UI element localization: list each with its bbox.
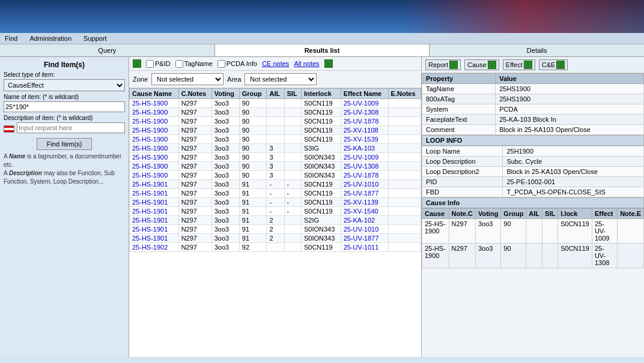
cell-sil: [284, 234, 301, 243]
checkbox-tagname[interactable]: TagName: [175, 60, 213, 68]
table-row: 25-HS-1900 N297 3oo3 90 S0CN119 25-UV-10…: [130, 99, 421, 108]
cause-btn[interactable]: Cause X: [464, 59, 499, 70]
name-input[interactable]: [4, 101, 125, 112]
cell-effect[interactable]: 25-XV-1540: [341, 207, 388, 216]
cell-cause[interactable]: 25-HS-1900: [130, 117, 179, 126]
right-panel: Report X Cause X Effect X C&E X Property…: [422, 57, 644, 357]
hint-text: A Name is a tagnumber, a documentnumber …: [4, 152, 125, 186]
table-row: 25-HS-1900 N297 3oo3 90 S0CN119 25-XV-15…: [130, 135, 421, 144]
cell-effect[interactable]: 25-KA-103: [341, 144, 388, 153]
cell-group: 91: [239, 207, 267, 216]
cell-cause[interactable]: 25-HS-1901: [130, 198, 179, 207]
area-select[interactable]: Not selected: [245, 73, 317, 85]
cell-effect[interactable]: 25-UV-1878: [341, 117, 388, 126]
cell-interlock: S0CN119: [301, 180, 341, 189]
cell-cause[interactable]: 25-HS-1900: [130, 162, 179, 171]
table-row: 25-HS-1900 N297 3oo3 90 3 S0ION343 25-UV…: [130, 171, 421, 180]
cell-cnotes: N297: [178, 189, 211, 198]
cell-cause[interactable]: 25-HS-1900: [130, 153, 179, 162]
cell-cause[interactable]: 25-HS-1901: [130, 189, 179, 198]
cause-info-row: 25-HS-1900 N297 3oo3 90 S0CN119 25-UV-13…: [422, 244, 644, 268]
cell-sil: [284, 117, 301, 126]
cell-cause[interactable]: 25-HS-1901: [130, 234, 179, 243]
cell-cause[interactable]: 25-HS-1901: [130, 207, 179, 216]
cell-cause[interactable]: 25-HS-1900: [130, 126, 179, 135]
report-btn[interactable]: Report X: [425, 59, 461, 70]
cell-voting: 3oo3: [211, 108, 239, 117]
checkbox-pcda[interactable]: PCDA Info: [217, 60, 257, 68]
cell-cause[interactable]: 25-HS-1902: [130, 243, 179, 252]
prop-name: Comment: [422, 125, 496, 135]
cell-cnotes: N297: [178, 216, 211, 225]
export-icon-2[interactable]: X: [324, 59, 333, 68]
cause-col-header: I.lock: [558, 209, 592, 219]
cell-voting: 3oo3: [211, 135, 239, 144]
cell-enotes: [388, 117, 421, 126]
zone-select[interactable]: Not selected: [151, 73, 223, 85]
cell-cause[interactable]: 25-HS-1901: [130, 216, 179, 225]
cell-effect[interactable]: 25-UV-1878: [341, 171, 388, 180]
cell-interlock: S0ION343: [301, 153, 341, 162]
tab-results[interactable]: Results list: [215, 44, 430, 56]
cell-voting: 3oo3: [211, 126, 239, 135]
all-notes-link[interactable]: All notes: [294, 60, 319, 67]
loop-info-table: Loop Name25H1900Loop DescriptionSubc. Cy…: [422, 146, 644, 197]
cell-cnotes: N297: [178, 162, 211, 171]
checkbox-pid[interactable]: P&ID: [146, 60, 171, 68]
cell-effect[interactable]: 25-XV-1539: [341, 135, 388, 144]
ci-ilock: S0CN119: [558, 219, 592, 244]
table-row: 25-HS-1900 N297 3oo3 90 S0CN119 25-UV-18…: [130, 117, 421, 126]
col-effect-name: Effect Name: [341, 89, 388, 99]
cell-cnotes: N297: [178, 126, 211, 135]
cell-interlock: S0CN119: [301, 198, 341, 207]
cell-effect[interactable]: 25-UV-1009: [341, 99, 388, 108]
cell-effect[interactable]: 25-UV-1308: [341, 162, 388, 171]
prop-name: System: [422, 104, 496, 115]
cell-effect[interactable]: 25-UV-1010: [341, 225, 388, 234]
ce-notes-link[interactable]: CE notes: [262, 60, 289, 67]
find-button[interactable]: Find Item(s): [37, 138, 93, 150]
flag-icon: [4, 125, 14, 133]
cell-effect[interactable]: 25-UV-1877: [341, 234, 388, 243]
cell-effect[interactable]: 25-KA-102: [341, 216, 388, 225]
item-type-select[interactable]: CauseEffect: [4, 79, 125, 91]
cell-cause[interactable]: 25-HS-1900: [130, 135, 179, 144]
ci-voting: 3oo3: [475, 244, 500, 268]
cell-cause[interactable]: 25-HS-1900: [130, 171, 179, 180]
menu-administration[interactable]: Administration: [29, 35, 71, 42]
cell-group: 90: [239, 153, 267, 162]
cell-cause[interactable]: 25-HS-1900: [130, 144, 179, 153]
menu-bar: Find Administration Support: [0, 33, 644, 44]
ci-sil: [542, 244, 558, 268]
cae-btn[interactable]: C&E X: [539, 59, 568, 70]
cell-effect[interactable]: 25-XV-1139: [341, 198, 388, 207]
cell-effect[interactable]: 25-UV-1877: [341, 189, 388, 198]
cell-effect[interactable]: 25-UV-1011: [341, 243, 388, 252]
export-icon-1[interactable]: X: [133, 59, 141, 68]
desc-input[interactable]: [17, 122, 125, 133]
effect-excel-icon: X: [524, 61, 532, 69]
cause-col-header: Effect: [592, 209, 617, 219]
tab-query[interactable]: Query: [0, 44, 215, 56]
effect-btn[interactable]: Effect X: [503, 59, 535, 70]
table-row: 25-HS-1901 N297 3oo3 91 - - S0CN119 25-X…: [130, 198, 421, 207]
loop-prop-row: PID25-PE-1002-001: [422, 177, 644, 187]
cell-sil: [284, 144, 301, 153]
menu-find[interactable]: Find: [5, 35, 17, 42]
cell-effect[interactable]: 25-XV-1108: [341, 126, 388, 135]
cell-effect[interactable]: 25-UV-1010: [341, 180, 388, 189]
cell-effect[interactable]: 25-UV-1009: [341, 153, 388, 162]
cell-cause[interactable]: 25-HS-1901: [130, 180, 179, 189]
table-row: 25-HS-1902 N297 3oo3 92 S0CN119 25-UV-10…: [130, 243, 421, 252]
cell-cause[interactable]: 25-HS-1900: [130, 99, 179, 108]
cell-voting: 3oo3: [211, 144, 239, 153]
cell-effect[interactable]: 25-UV-1308: [341, 108, 388, 117]
cell-group: 92: [239, 243, 267, 252]
select-type-label: Select type of item:: [4, 71, 125, 78]
tab-details[interactable]: Details: [430, 44, 644, 56]
cell-interlock: S0ION343: [301, 234, 341, 243]
cell-cause[interactable]: 25-HS-1900: [130, 108, 179, 117]
menu-support[interactable]: Support: [84, 35, 107, 42]
cell-cause[interactable]: 25-HS-1901: [130, 225, 179, 234]
cell-enotes: [388, 171, 421, 180]
